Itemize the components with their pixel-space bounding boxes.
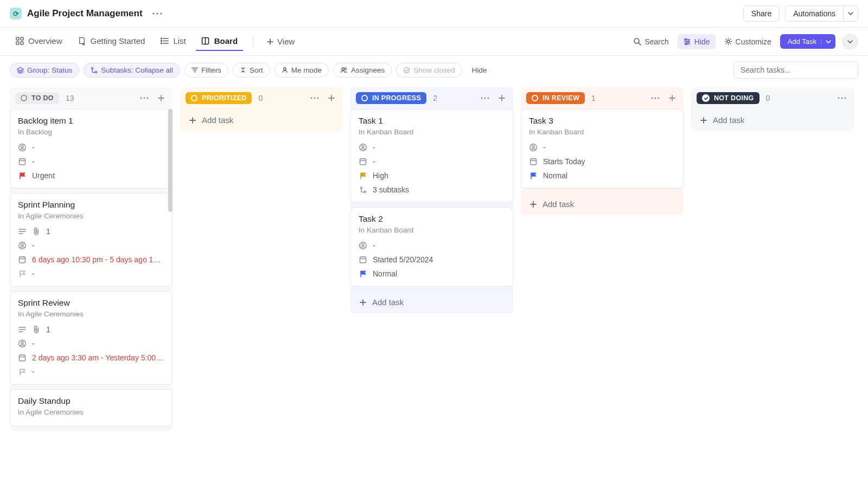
status-pill[interactable]: IN REVIEW — [526, 92, 585, 104]
chip-filters[interactable]: Filters — [184, 63, 228, 77]
card-row-assignee[interactable]: - — [18, 337, 164, 351]
card-row-assignee[interactable]: - — [18, 140, 164, 154]
svg-rect-4 — [21, 37, 23, 40]
add-task-label: Add task — [372, 298, 404, 307]
task-title: Task 1 — [359, 116, 505, 126]
task-card[interactable]: Sprint Review In Agile Ceremonies 1 - 2 … — [10, 291, 173, 385]
priority-value: - — [32, 269, 35, 278]
chip-group-status[interactable]: Group: Status — [10, 63, 79, 77]
status-pill[interactable]: IN PROGRESS — [356, 92, 426, 104]
add-task-row[interactable]: Add task — [180, 109, 343, 131]
card-row-subtasks[interactable]: 3 subtasks — [359, 183, 505, 197]
column-header: TO DO 13 — [10, 87, 173, 109]
task-card[interactable]: Task 3 In Kanban Board - Starts Today No… — [521, 109, 684, 189]
card-row-priority[interactable]: Urgent — [18, 169, 164, 183]
attachment-count: 1 — [46, 227, 50, 236]
scrollbar[interactable] — [168, 109, 173, 212]
task-card[interactable]: Daily Standup In Agile Ceremonies — [10, 389, 173, 427]
svg-point-30 — [342, 68, 344, 70]
priority-value: Urgent — [32, 171, 55, 180]
add-view-label: View — [277, 37, 295, 46]
status-pill[interactable]: TO DO — [15, 92, 59, 104]
card-row-priority[interactable]: Normal — [529, 169, 675, 183]
add-task-row[interactable]: Add task — [521, 193, 684, 215]
card-row-priority[interactable]: - — [18, 365, 164, 379]
column-add-task[interactable] — [326, 92, 337, 104]
chip-subtasks[interactable]: Subtasks: Collapse all — [84, 63, 180, 77]
hide-button[interactable]: Hide — [678, 34, 716, 49]
task-card[interactable]: Task 1 In Kanban Board - - High 3 subtas… — [350, 109, 513, 203]
card-row-priority[interactable]: - — [18, 267, 164, 281]
card-row-date[interactable]: - — [18, 154, 164, 169]
column-add-task[interactable] — [666, 92, 678, 104]
task-card[interactable]: Sprint Planning In Agile Ceremonies 1 - … — [10, 193, 173, 287]
space-icon: ⟳ — [10, 8, 22, 20]
flag-icon — [18, 367, 27, 376]
tab-overview[interactable]: Overview — [10, 32, 68, 51]
svg-rect-5 — [16, 42, 19, 44]
svg-point-65 — [488, 98, 489, 99]
chevron-down-icon — [847, 39, 853, 44]
svg-rect-38 — [20, 159, 25, 165]
column-add-task[interactable] — [155, 92, 167, 104]
layers-icon — [17, 67, 24, 74]
svg-point-63 — [481, 98, 483, 99]
calendar-icon — [18, 157, 27, 166]
add-task-row[interactable]: Add task — [691, 109, 854, 131]
tab-board[interactable]: Board — [196, 32, 243, 51]
tab-getting-started[interactable]: Getting Started — [72, 32, 151, 51]
card-row-assignee[interactable]: - — [359, 140, 505, 154]
status-label: TO DO — [31, 94, 54, 102]
column-more-menu[interactable] — [835, 95, 848, 101]
search-button[interactable]: Search — [628, 34, 674, 49]
share-button[interactable]: Share — [743, 5, 780, 22]
column-notdoing: NOT DOING 0 Add task — [691, 87, 854, 431]
column-more-menu[interactable] — [138, 95, 151, 101]
column-more-menu[interactable] — [308, 95, 321, 101]
svg-point-33 — [141, 98, 142, 99]
column-add-task[interactable] — [496, 92, 508, 104]
task-card[interactable]: Task 2 In Kanban Board - Started 5/20/20… — [350, 207, 513, 287]
chip-assignees[interactable]: Assignees — [333, 63, 392, 77]
status-label: IN PROGRESS — [372, 94, 421, 102]
card-row-date[interactable]: Started 5/20/2024 — [359, 253, 505, 267]
automations-button[interactable]: Automations — [785, 5, 844, 22]
filter-icon — [192, 67, 198, 73]
card-row-assignee[interactable]: - — [359, 238, 505, 253]
add-task-dropdown[interactable] — [821, 39, 831, 44]
chip-me-mode[interactable]: Me mode — [275, 63, 329, 77]
more-options-button[interactable] — [842, 34, 858, 50]
flag-icon — [18, 269, 27, 278]
card-row-date[interactable]: Starts Today — [529, 154, 675, 169]
card-row-assignee[interactable]: - — [529, 140, 675, 154]
task-title: Daily Standup — [18, 396, 164, 406]
chip-label: Show closed — [413, 66, 455, 74]
card-row-assignee[interactable]: - — [18, 238, 164, 253]
chip-sort[interactable]: Sort — [233, 63, 270, 77]
card-row-priority[interactable]: High — [359, 169, 505, 183]
add-view-button[interactable]: View — [263, 33, 298, 50]
add-task-button[interactable]: Add Task — [780, 34, 835, 49]
automations-dropdown[interactable] — [844, 5, 858, 22]
task-card[interactable]: Backlog item 1 In Backlog - - Urgent — [10, 109, 173, 189]
calendar-icon — [359, 157, 367, 166]
customize-button[interactable]: Customize — [719, 34, 777, 49]
card-row-date[interactable]: 6 days ago 10:30 pm - 5 days ago 1… — [18, 253, 164, 267]
subtasks-value: 3 subtasks — [373, 185, 409, 194]
column-count: 13 — [66, 94, 74, 102]
status-pill[interactable]: NOT DOING — [697, 92, 760, 104]
status-pill[interactable]: PRIORITIZED — [186, 92, 252, 104]
status-label: NOT DOING — [714, 94, 754, 102]
add-task-row[interactable]: Add task — [350, 291, 513, 313]
chip-show-closed[interactable]: Show closed — [396, 63, 462, 77]
card-row-priority[interactable]: Normal — [359, 267, 505, 281]
search-input[interactable] — [733, 61, 858, 79]
card-row-date[interactable]: - — [359, 154, 505, 169]
column-more-menu[interactable] — [649, 95, 662, 101]
svg-point-0 — [152, 12, 154, 14]
hide-filters-button[interactable]: Hide — [467, 64, 493, 76]
tab-list[interactable]: List — [155, 32, 191, 51]
page-more-menu[interactable] — [150, 10, 164, 17]
card-row-date[interactable]: 2 days ago 3:30 am - Yesterday 5:00… — [18, 351, 164, 365]
column-more-menu[interactable] — [478, 95, 492, 101]
